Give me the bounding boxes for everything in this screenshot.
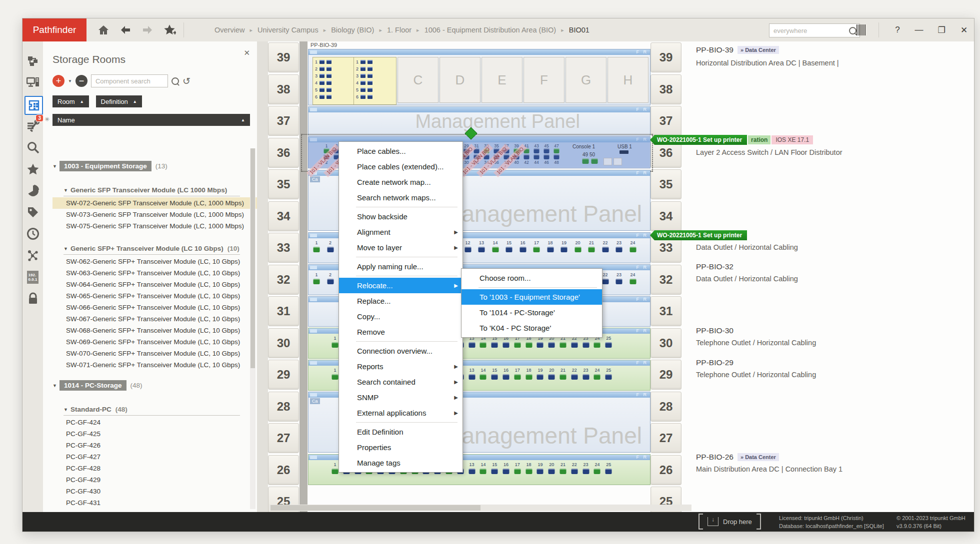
tree-item-row[interactable]: PC-GF-427 — [52, 451, 257, 463]
context-menu-item[interactable]: Create network map... — [339, 174, 462, 190]
port-icon[interactable] — [582, 342, 589, 348]
port-icon[interactable] — [548, 469, 555, 474]
context-menu-item[interactable]: SNMP▶ — [339, 390, 462, 405]
context-menu-item[interactable]: External applications▶ — [339, 405, 462, 421]
port-icon[interactable] — [480, 342, 486, 348]
bay-cell[interactable]: D — [440, 57, 480, 103]
port-icon[interactable] — [503, 374, 510, 380]
breadcrumb-item[interactable]: BIO01 — [569, 26, 590, 34]
port-icon[interactable] — [547, 247, 554, 252]
port-icon[interactable] — [503, 469, 510, 474]
port-icon[interactable] — [571, 469, 578, 474]
minimize-button[interactable]: — — [910, 21, 928, 38]
context-menu-item[interactable]: Properties — [339, 440, 462, 455]
port-icon[interactable] — [503, 342, 510, 348]
port-icon[interactable] — [561, 247, 568, 252]
bay-cell[interactable]: E — [482, 57, 522, 103]
port-icon[interactable] — [480, 374, 486, 380]
port-icon[interactable] — [560, 374, 566, 380]
breadcrumb-item[interactable]: University Campus — [258, 26, 318, 34]
breadcrumb-item[interactable]: 1. Floor — [387, 26, 412, 34]
bay-cell[interactable]: F — [524, 57, 564, 103]
pp-bio-39[interactable]: F R123456123456CDEFGH — [308, 49, 650, 105]
port-icon[interactable] — [468, 342, 475, 348]
bay-cell[interactable]: H — [608, 57, 648, 103]
tag-icon[interactable] — [24, 204, 41, 221]
tree-item-row[interactable]: SW-064-Generic SFP+ Transceiver Module (… — [52, 279, 257, 290]
home-icon[interactable] — [96, 22, 112, 38]
tree-item-row[interactable]: SW-073-Generic SFP Transceiver Module (L… — [52, 209, 257, 220]
tree-item-row[interactable]: PC-GF-431 — [52, 497, 257, 509]
tree-group-row[interactable]: ▼Generic SFP Transceiver Module (LC 1000… — [64, 184, 240, 196]
horizontal-scrollbar-thumb[interactable] — [270, 505, 480, 511]
port-icon[interactable] — [571, 342, 578, 348]
port-icon[interactable] — [537, 374, 544, 380]
port-icon[interactable] — [492, 247, 498, 252]
sfp-module[interactable]: 123456 — [312, 57, 356, 105]
port-icon[interactable] — [602, 247, 608, 252]
port-icon[interactable] — [574, 247, 581, 252]
status-chip[interactable]: ration — [748, 135, 770, 144]
collapse-icon[interactable]: ▼ — [64, 188, 70, 193]
port-icon[interactable] — [594, 342, 600, 348]
port-icon[interactable] — [468, 469, 475, 474]
breadcrumb-item[interactable]: Biology (BIO) — [331, 26, 374, 34]
tree-item-row[interactable]: ▶SW-072-Generic SFP Transceiver Module (… — [52, 197, 257, 209]
port-icon[interactable] — [314, 279, 320, 284]
port-icon[interactable] — [492, 374, 498, 380]
port-icon[interactable] — [314, 247, 320, 252]
pie-chart-icon[interactable] — [24, 182, 41, 199]
tree-item-row[interactable]: PC-GF-425 — [52, 428, 257, 440]
port-icon[interactable] — [332, 342, 338, 348]
context-menu-item[interactable]: Apply naming rule... — [339, 259, 462, 274]
context-menu-item[interactable]: Edit Definition — [339, 424, 462, 440]
port-icon[interactable] — [332, 469, 338, 474]
context-menu-item[interactable]: Alignment▶ — [339, 224, 462, 240]
port-icon[interactable] — [514, 342, 520, 348]
lock-icon[interactable] — [24, 290, 41, 307]
tree-item-row[interactable]: SW-071-Generic SFP+ Transceiver Module (… — [52, 359, 257, 371]
port-icon[interactable] — [630, 247, 636, 252]
component-name[interactable]: PP-BIO-26 — [696, 453, 734, 462]
breadcrumb-item[interactable]: Overview — [214, 26, 244, 34]
location-tag[interactable]: » Data Center — [738, 46, 779, 54]
context-menu-item[interactable]: Place cables... — [339, 143, 462, 159]
port-icon[interactable] — [537, 342, 544, 348]
forward-icon[interactable] — [140, 22, 156, 38]
tree-item-row[interactable]: SW-063-Generic SFP+ Transceiver Module (… — [52, 267, 257, 279]
topology-icon[interactable] — [24, 52, 41, 69]
port-icon[interactable] — [571, 374, 578, 380]
tree-item-row[interactable]: SW-062-Generic SFP+ Transceiver Module (… — [52, 256, 257, 267]
sfp-module[interactable]: 123456 — [354, 57, 396, 105]
breadcrumb-item[interactable]: 1006 - Equipment Distribution Area (BIO) — [424, 26, 556, 34]
port-icon[interactable] — [526, 342, 532, 348]
tree-scrollbar[interactable] — [250, 148, 256, 509]
context-menu-item[interactable]: Replace... — [339, 293, 462, 309]
star-icon[interactable] — [24, 161, 41, 178]
drop-here-target[interactable]: ↓ Drop here — [698, 515, 761, 529]
component-name[interactable]: PP-BIO-29 — [696, 358, 734, 367]
port-icon[interactable] — [514, 374, 520, 380]
submenu-item[interactable]: Choose room... — [462, 270, 602, 286]
port-icon[interactable] — [492, 342, 498, 348]
context-menu-item[interactable]: Relocate...▶ — [339, 278, 462, 293]
context-menu-item[interactable]: Manage tags — [339, 455, 462, 471]
port-icon[interactable] — [560, 469, 566, 474]
port-icon[interactable] — [506, 247, 512, 252]
port-icon[interactable] — [537, 469, 544, 474]
submenu-item[interactable]: To '1003 - Equipment Storage' — [462, 289, 602, 305]
context-menu-item[interactable]: Copy... — [339, 309, 462, 324]
port-icon[interactable] — [526, 374, 532, 380]
port-icon[interactable] — [526, 469, 532, 474]
close-button[interactable]: ✕ — [956, 21, 972, 38]
port-icon[interactable] — [492, 469, 498, 474]
tree-item-row[interactable]: SW-068-Generic SFP+ Transceiver Module (… — [52, 325, 257, 336]
context-menu-item[interactable]: Remove — [339, 324, 462, 340]
port-icon[interactable] — [602, 279, 608, 284]
port-icon[interactable] — [332, 374, 338, 380]
port-icon[interactable] — [327, 247, 334, 252]
collapse-icon[interactable]: ▼ — [52, 383, 60, 388]
tree-item-row[interactable]: SW-075-Generic SFP Transceiver Module (L… — [52, 220, 257, 232]
tree-room-row[interactable]: ▼1014 - PC-Storage(48) — [52, 380, 244, 391]
port-icon[interactable] — [606, 374, 612, 380]
